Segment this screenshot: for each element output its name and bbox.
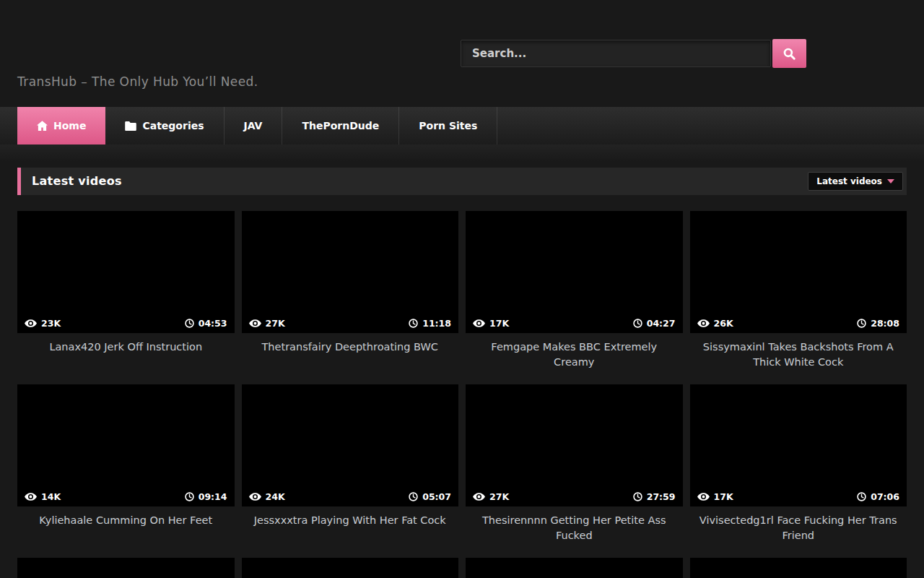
nav-item-jav[interactable]: JAV [225, 107, 283, 144]
video-card[interactable]: 17K 07:06 Vivisectedg1rl Face Fucking He… [690, 384, 907, 543]
home-icon [37, 121, 48, 131]
video-stats: 27K 27:59 [466, 486, 683, 506]
video-card[interactable]: 14K 09:14 Kyliehaale Cumming On Her Feet [17, 384, 235, 543]
video-card[interactable] [466, 558, 683, 578]
duration: 28:08 [857, 318, 899, 329]
view-count-label: 27K [489, 491, 509, 502]
duration: 11:18 [409, 318, 451, 329]
video-grid: 23K 04:53 Lanax420 Jerk Off Instruction … [17, 211, 907, 578]
section-title: Latest videos [17, 168, 907, 195]
video-card[interactable]: 27K 27:59 Thesirennnn Getting Her Petite… [466, 384, 683, 543]
video-thumbnail[interactable]: 23K 04:53 [17, 211, 235, 333]
site-tagline: TransHub – The Only Hub You’ll Need. [17, 74, 258, 89]
video-thumbnail[interactable]: 24K 05:07 [242, 384, 459, 506]
view-count: 17K [473, 318, 509, 329]
section-header: Latest videos Latest videos [17, 168, 907, 195]
view-count-label: 27K [266, 318, 285, 329]
video-thumbnail[interactable]: 27K 11:18 [242, 211, 459, 333]
eye-icon [473, 493, 485, 501]
view-count-label: 26K [714, 318, 733, 329]
view-count-label: 17K [489, 318, 509, 329]
video-stats: 23K 04:53 [17, 313, 235, 333]
clock-icon [633, 492, 642, 501]
duration-label: 09:14 [199, 491, 227, 502]
view-count-label: 23K [41, 318, 61, 329]
video-card[interactable] [242, 558, 459, 578]
duration-label: 04:53 [199, 318, 227, 329]
video-title[interactable]: Jessxxxtra Playing With Her Fat Cock [242, 513, 459, 528]
video-stats: 17K 04:27 [466, 313, 683, 333]
duration-label: 11:18 [422, 318, 451, 329]
clock-icon [409, 492, 418, 501]
video-card[interactable] [17, 558, 235, 578]
duration-label: 27:59 [647, 491, 676, 502]
view-count: 14K [25, 491, 61, 502]
view-count: 27K [249, 318, 285, 329]
video-title[interactable]: Kyliehaale Cumming On Her Feet [17, 513, 235, 528]
caret-down-icon [887, 179, 894, 184]
duration: 27:59 [633, 491, 676, 502]
clock-icon [857, 319, 866, 328]
video-stats: 24K 05:07 [242, 486, 459, 506]
eye-icon [249, 319, 261, 327]
nav-item-categories[interactable]: Categories [105, 107, 224, 144]
search-input[interactable] [461, 40, 771, 67]
view-count: 23K [25, 318, 61, 329]
main-nav: Home Categories JAV ThePornDude Porn Sit… [0, 107, 924, 144]
search-icon [783, 47, 796, 61]
video-card[interactable]: 27K 11:18 Thetransfairy Deepthroating BW… [242, 211, 459, 370]
duration: 07:06 [857, 491, 899, 502]
video-title[interactable]: Thesirennnn Getting Her Petite Ass Fucke… [466, 513, 683, 543]
nav-item-label: JAV [244, 120, 263, 131]
video-card[interactable]: 17K 04:27 Femgape Makes BBC Extremely Cr… [466, 211, 683, 370]
clock-icon [409, 319, 418, 328]
eye-icon [25, 319, 37, 327]
nav-item-label: Porn Sites [419, 120, 477, 131]
video-thumbnail[interactable]: 27K 27:59 [466, 384, 683, 506]
view-count-label: 24K [266, 491, 285, 502]
video-title[interactable]: Lanax420 Jerk Off Instruction [17, 340, 235, 355]
duration: 04:53 [185, 318, 227, 329]
clock-icon [185, 319, 194, 328]
view-count-label: 14K [41, 491, 61, 502]
sort-dropdown[interactable]: Latest videos [808, 172, 903, 191]
video-thumbnail-partial[interactable] [17, 558, 235, 578]
nav-item-porn-sites[interactable]: Porn Sites [399, 107, 497, 144]
video-thumbnail[interactable]: 17K 04:27 [466, 211, 683, 333]
nav-item-label: Home [53, 120, 86, 131]
folder-icon [125, 121, 136, 131]
view-count-label: 17K [714, 491, 733, 502]
video-card[interactable]: 26K 28:08 Sissymaxinl Takes Backshots Fr… [690, 211, 907, 370]
eye-icon [249, 493, 261, 501]
video-card[interactable]: 24K 05:07 Jessxxxtra Playing With Her Fa… [242, 384, 459, 543]
video-thumbnail-partial[interactable] [466, 558, 683, 578]
video-title[interactable]: Femgape Makes BBC Extremely Creamy [466, 340, 683, 370]
video-stats: 17K 07:06 [690, 486, 907, 506]
video-thumbnail-partial[interactable] [242, 558, 459, 578]
duration: 04:27 [633, 318, 676, 329]
video-thumbnail[interactable]: 14K 09:14 [17, 384, 235, 506]
video-stats: 26K 28:08 [690, 313, 907, 333]
clock-icon [857, 492, 866, 501]
nav-item-home[interactable]: Home [17, 107, 105, 144]
video-thumbnail[interactable]: 17K 07:06 [690, 384, 907, 506]
eye-icon [697, 493, 710, 501]
clock-icon [185, 492, 194, 501]
nav-item-label: ThePornDude [302, 120, 379, 131]
duration-label: 05:07 [422, 491, 451, 502]
view-count: 26K [697, 318, 733, 329]
video-card[interactable]: 23K 04:53 Lanax420 Jerk Off Instruction [17, 211, 235, 370]
duration-label: 07:06 [871, 491, 899, 502]
view-count: 17K [697, 491, 733, 502]
video-title[interactable]: Sissymaxinl Takes Backshots From A Thick… [690, 340, 907, 370]
video-card[interactable] [690, 558, 907, 578]
video-title[interactable]: Thetransfairy Deepthroating BWC [242, 340, 459, 355]
eye-icon [697, 319, 710, 327]
video-thumbnail-partial[interactable] [690, 558, 907, 578]
eye-icon [25, 493, 37, 501]
video-thumbnail[interactable]: 26K 28:08 [690, 211, 907, 333]
search-form [461, 39, 806, 68]
search-button[interactable] [772, 39, 806, 68]
nav-item-theporndude[interactable]: ThePornDude [282, 107, 399, 144]
video-title[interactable]: Vivisectedg1rl Face Fucking Her Trans Fr… [690, 513, 907, 543]
